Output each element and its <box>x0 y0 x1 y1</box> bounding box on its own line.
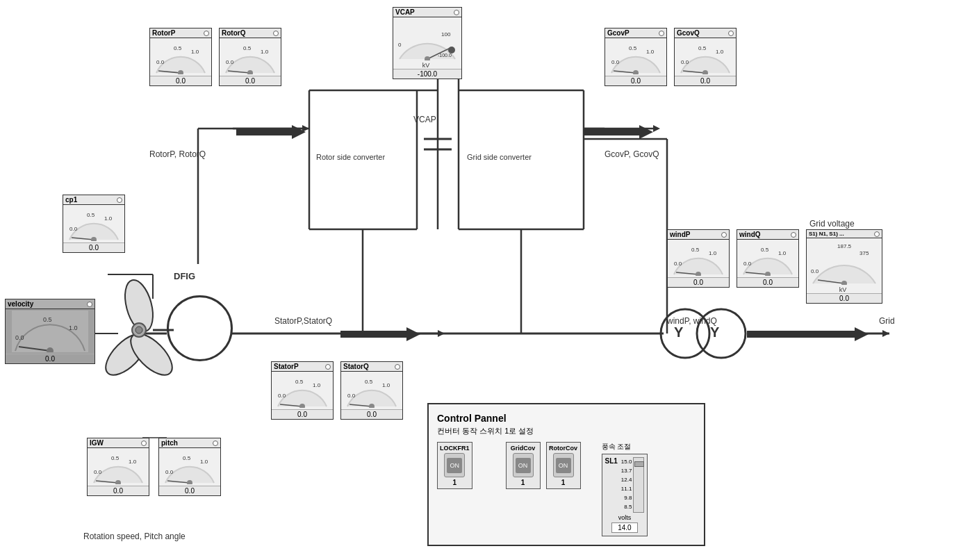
gcov-p-label: GcovP <box>607 29 630 37</box>
gridcov-on-indicator: ON <box>516 458 531 473</box>
svg-text:0.5: 0.5 <box>761 247 769 253</box>
rotor-p-indicator <box>204 31 209 36</box>
gcov-q-face: 1.0 0.5 0.0 <box>677 40 733 74</box>
svg-marker-119 <box>236 125 306 139</box>
rotor-side-converter-label: Rotor side converter <box>316 153 385 161</box>
speed-control-box: SL1 15.0 13.7 12.4 11.1 9.8 8.5 <box>602 454 648 536</box>
stator-p-gauge: StatorP 1.0 0.5 0.0 0.0 <box>271 361 334 420</box>
vcap-face: 100 0 -100.0 <box>396 19 459 60</box>
svg-text:0.0: 0.0 <box>15 334 24 341</box>
gcov-p-indicator <box>659 31 664 36</box>
svg-text:1.0: 1.0 <box>191 49 199 55</box>
gcov-p-header: GcovP <box>605 28 666 38</box>
svg-marker-8 <box>882 330 889 337</box>
rotor-p-svg: 1.0 0.5 0.0 <box>153 40 208 74</box>
svg-text:0.0: 0.0 <box>347 393 356 399</box>
svg-text:0.0: 0.0 <box>811 268 819 274</box>
speed-slider-thumb[interactable] <box>634 461 644 467</box>
grid-voltage-label-text: Grid voltage <box>809 219 855 229</box>
rotor-p-face: 1.0 0.5 0.0 <box>153 40 208 74</box>
rotor-p-label: RotorP <box>152 29 175 37</box>
gcov-q-header: GcovQ <box>675 28 736 38</box>
rotor-pq-label: RotorP, RotorQ <box>149 149 206 159</box>
wind-q-header: windQ <box>737 230 798 240</box>
gcov-q-indicator <box>728 31 734 36</box>
diagram-container: RotorP 1.0 0.5 0.0 0.0 RotorQ <box>0 0 954 560</box>
svg-text:187.5: 187.5 <box>837 243 852 249</box>
grid-voltage-header: S1) N1, S1) ... <box>807 230 882 238</box>
speed-level-3: 11.1 <box>621 484 632 493</box>
svg-text:0.5: 0.5 <box>183 455 191 461</box>
svg-text:0.0: 0.0 <box>165 469 174 475</box>
rotor-q-value: 0.0 <box>220 76 281 85</box>
stator-q-header: StatorQ <box>341 362 402 372</box>
velocity-label: velocity <box>8 300 33 308</box>
speed-scale-labels: 15.0 13.7 12.4 11.1 9.8 8.5 <box>621 457 632 513</box>
wind-p-indicator <box>721 232 727 238</box>
gcov-q-svg: 1.0 0.5 0.0 <box>677 40 733 74</box>
svg-text:0.5: 0.5 <box>174 45 182 51</box>
gcov-p-value: 0.0 <box>605 76 666 85</box>
speed-level-0: 15.0 <box>621 457 632 466</box>
svg-text:0.5: 0.5 <box>43 316 52 323</box>
svg-point-116 <box>697 309 746 358</box>
rotorcov-switch[interactable]: RotorCov ON 1 <box>546 442 581 489</box>
rotor-p-gauge: RotorP 1.0 0.5 0.0 0.0 <box>149 28 212 86</box>
wind-q-gauge: windQ 1.0 0.5 0.0 0.0 <box>737 229 799 288</box>
svg-text:100: 100 <box>441 31 451 38</box>
grid-voltage-face: 375 187.5 0.0 <box>809 240 879 285</box>
lockfr1-label: LOCKFR1 <box>440 445 470 452</box>
grid-voltage-unit: kV <box>839 286 850 293</box>
stator-p-label: StatorP <box>274 363 299 370</box>
igw-face: 1.0 0.5 0.0 <box>90 450 146 484</box>
stator-q-indicator <box>395 364 400 370</box>
gcov-p-svg: 1.0 0.5 0.0 <box>608 40 664 74</box>
lockfr1-switch[interactable]: LOCKFR1 ON 1 <box>437 442 472 489</box>
rotor-q-svg: 1.0 0.5 0.0 <box>222 40 278 74</box>
svg-text:1.0: 1.0 <box>261 49 269 55</box>
cp1-svg: 1.0 0.5 0.0 <box>66 206 122 241</box>
svg-text:0.5: 0.5 <box>295 379 304 385</box>
svg-marker-3 <box>653 125 660 132</box>
propeller-svg <box>104 267 174 396</box>
svg-text:0.0: 0.0 <box>674 261 682 267</box>
stator-q-face: 1.0 0.5 0.0 <box>344 373 400 408</box>
rotor-p-value: 0.0 <box>150 76 211 85</box>
vcap-svg: 100 0 -100.0 <box>396 19 459 60</box>
velocity-header: velocity <box>6 299 94 309</box>
cp1-label: cp1 <box>65 196 77 204</box>
speed-slider-track[interactable] <box>633 457 644 513</box>
cp1-gauge: cp1 1.0 0.5 0.0 0.0 <box>63 195 125 253</box>
speed-level-5: 8.5 <box>621 502 632 511</box>
gcov-q-label: GcovQ <box>677 29 700 37</box>
velocity-indicator <box>87 302 92 307</box>
speed-slider-container: 15.0 13.7 12.4 11.1 9.8 8.5 <box>621 457 645 513</box>
wind-speed-label: 풍속 조절 <box>602 442 648 452</box>
vcap-unit: kV <box>422 62 433 69</box>
pitch-value: 0.0 <box>159 486 220 495</box>
stator-q-value: 0.0 <box>341 409 402 419</box>
lockfr1-body[interactable]: ON <box>444 453 465 477</box>
rotation-speed-pitch-label: Rotation speed, Pitch angle <box>83 532 186 541</box>
svg-point-115 <box>661 309 709 358</box>
rotor-q-indicator <box>273 31 279 36</box>
svg-marker-122 <box>747 327 869 341</box>
control-panel-title: Control Pannel <box>437 413 696 424</box>
speed-value: 14.0 <box>611 522 637 533</box>
stator-p-svg: 1.0 0.5 0.0 <box>274 373 330 408</box>
vcap-gauge: VCAP 100 0 -100.0 kV -100.0 <box>393 7 462 79</box>
rotor-q-label: RotorQ <box>222 29 245 37</box>
svg-text:1.0: 1.0 <box>646 49 655 55</box>
gridcov-body[interactable]: ON <box>513 453 534 477</box>
rotorcov-body[interactable]: ON <box>553 453 574 477</box>
svg-text:1.0: 1.0 <box>104 215 113 222</box>
switches-row: LOCKFR1 ON 1 GridCov ON <box>437 442 581 489</box>
wind-p-header: windP <box>668 230 729 240</box>
svg-marker-5 <box>438 330 445 337</box>
gridcov-switch[interactable]: GridCov ON 1 <box>506 442 541 489</box>
dfig-circle <box>167 295 233 361</box>
igw-indicator <box>141 440 147 446</box>
svg-text:0.5: 0.5 <box>698 45 707 51</box>
svg-text:0.5: 0.5 <box>365 379 373 385</box>
svg-text:0.0: 0.0 <box>69 226 78 232</box>
